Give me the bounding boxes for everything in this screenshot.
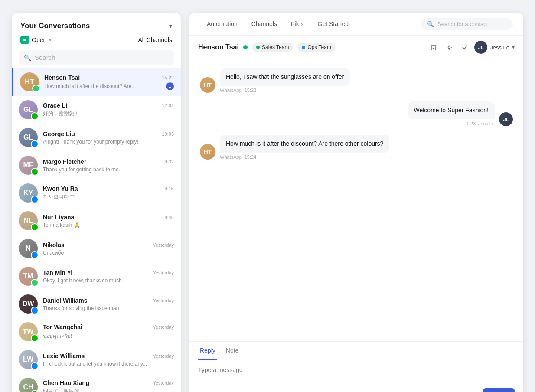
reply-tab-reply[interactable]: Reply (198, 342, 217, 360)
conv-time: 9:15 (165, 186, 174, 191)
conv-name: Nikolas (43, 242, 65, 248)
top-nav: AutomationChannelsFilesGet Started 🔍 (189, 13, 523, 36)
conv-preview: 明白了，谢谢你 (43, 388, 174, 392)
conv-preview: How much is it after the discount? Are..… (44, 82, 174, 90)
channel-badge-icon (31, 390, 39, 392)
conversation-item-nur[interactable]: NL Nur Liyana 8:45 Terima kasih 🙏 (12, 207, 181, 235)
status-filter[interactable]: Open ▾ (20, 36, 52, 44)
avatar-wrap: HT (20, 72, 39, 91)
conv-top: Nikolas Yesterday (43, 242, 174, 248)
channel-badge-icon (31, 112, 39, 120)
msg-bubble: Welcome to Super Fashion! (408, 101, 495, 119)
svg-point-1 (448, 46, 450, 49)
reply-input[interactable] (198, 366, 515, 384)
conv-name: Tan Min Yi (43, 269, 72, 276)
msg-meta: WhatsApp 15:24 (220, 154, 389, 160)
msg-time: 1:23 (466, 121, 476, 126)
msg-time: 15:24 (245, 154, 257, 160)
tag-sales-label: Sales Team (262, 44, 289, 50)
avatar-wrap: GL (19, 100, 38, 119)
agent-chevron-icon: ▾ (512, 44, 515, 50)
nav-item-get-started[interactable]: Get Started (311, 13, 356, 36)
conv-body: Tor Wangchai Yesterday ขอบคุณครับ! (43, 323, 174, 340)
conversation-item-chen[interactable]: CH Chen Hao Xiang Yesterday 明白了，谢谢你 (12, 373, 181, 392)
left-panel: Your Conversations ▾ Open ▾ All Channels… (12, 13, 181, 392)
conversation-item-nikolas[interactable]: N Nikolas Yesterday Спасибо (12, 235, 181, 262)
msg-bubble-wrap: Welcome to Super Fashion! 1:23 Jess Lo (408, 101, 495, 126)
channel-badge-icon (32, 85, 40, 92)
conv-top: Chen Hao Xiang Yesterday (43, 379, 174, 386)
conv-time: Yesterday (153, 380, 174, 385)
unread-badge: 1 (166, 82, 174, 90)
conv-name: Nur Liyana (43, 214, 74, 221)
conversation-item-tan[interactable]: TM Tan Min Yi Yesterday Okay, I get it n… (12, 262, 181, 290)
reply-actions: Send (198, 388, 515, 392)
search-input[interactable] (35, 54, 169, 61)
bookmark-icon[interactable] (427, 41, 440, 53)
nav-item-files[interactable]: Files (284, 13, 311, 36)
conversation-item-grace[interactable]: GL Grace Li 12:01 好的，謝謝您！ (12, 96, 181, 124)
msg-avatar: HT (200, 144, 215, 160)
reply-tab-note[interactable]: Note (224, 342, 241, 360)
conv-body: Henson Tsai 15:22 How much is it after t… (44, 74, 174, 90)
conv-preview-text: Спасибо (43, 250, 64, 256)
msg-bubble-wrap: Hello, I saw that the sunglasses are on … (220, 68, 350, 93)
nav-item-channels[interactable]: Channels (245, 13, 284, 36)
conversation-item-george[interactable]: GL George Liu 10:05 Alright! Thank you f… (12, 124, 181, 151)
nav-search-icon: 🔍 (427, 21, 434, 27)
conv-preview: 好的，謝謝您！ (43, 110, 174, 118)
conv-top: George Liu 10:05 (43, 131, 174, 137)
conv-top: Tan Min Yi Yesterday (43, 269, 174, 276)
conv-preview: Thanks for solving the issue man (43, 305, 174, 311)
conv-name: Henson Tsai (44, 74, 80, 81)
panel-filters: Open ▾ All Channels (12, 30, 181, 44)
conversations-chevron-icon[interactable]: ▾ (169, 23, 172, 29)
conv-time: Yesterday (153, 353, 174, 359)
conversation-item-daniel[interactable]: DW Daniel Williams Yesterday Thanks for … (12, 290, 181, 318)
conv-name: Tor Wangchai (43, 323, 82, 330)
channels-filter[interactable]: All Channels (138, 36, 172, 43)
conversation-item-lexie[interactable]: LW Lexie Williams Yesterday I'll check i… (12, 346, 181, 373)
avatar-wrap: TW (19, 322, 38, 341)
conv-preview-text: I'll check it out and let you know if th… (43, 361, 147, 367)
nav-search-input[interactable] (437, 21, 507, 27)
msg-time: 15:23 (245, 88, 257, 93)
conv-preview: Thank you for getting back to me. (43, 167, 174, 173)
conv-body: Chen Hao Xiang Yesterday 明白了，谢谢你 (43, 379, 174, 392)
avatar-wrap: LW (19, 350, 38, 369)
conv-preview-text: How much is it after the discount? Are..… (44, 83, 136, 89)
conv-preview-text: 감사합니다 ** (43, 193, 75, 201)
conversation-item-margo[interactable]: MF Margo Fletcher 9:32 Thank you for get… (12, 151, 181, 179)
conv-top: Tor Wangchai Yesterday (43, 323, 174, 330)
nav-item-automation[interactable]: Automation (200, 13, 245, 36)
channel-badge-icon (31, 251, 39, 259)
conv-top: Kwon Yu Ra 9:15 (43, 185, 174, 192)
header-actions: JL Jess Lo ▾ (427, 41, 515, 54)
conversation-item-tor[interactable]: TW Tor Wangchai Yesterday ขอบคุณครับ! (12, 318, 181, 346)
channels-label: All Channels (138, 36, 172, 43)
chat-header: Henson Tsai Sales Team Ops Team (189, 36, 523, 59)
channel-badge-icon (31, 279, 39, 287)
channel-badge-icon (31, 223, 39, 231)
conv-preview-text: 好的，謝謝您！ (43, 110, 79, 118)
settings-icon[interactable] (443, 41, 455, 53)
conv-body: Kwon Yu Ra 9:15 감사합니다 ** (43, 185, 174, 201)
conversation-item-kwon[interactable]: KY Kwon Yu Ra 9:15 감사합니다 ** (12, 179, 181, 207)
avatar-wrap: TM (19, 267, 38, 286)
conv-time: 8:45 (165, 215, 174, 220)
conversation-item-henson[interactable]: HT Henson Tsai 15:22 How much is it afte… (12, 68, 181, 96)
conv-name: Kwon Yu Ra (43, 185, 78, 192)
send-button[interactable]: Send (483, 388, 515, 392)
agent-selector[interactable]: JL Jess Lo ▾ (474, 41, 515, 54)
conv-time: 10:05 (162, 131, 174, 137)
tag-ops-label: Ops Team (307, 44, 331, 50)
tag-dot-icon (302, 46, 305, 49)
check-icon[interactable] (459, 41, 471, 53)
app-container: Your Conversations ▾ Open ▾ All Channels… (12, 9, 523, 392)
conv-preview: Terima kasih 🙏 (43, 222, 174, 228)
avatar-wrap: GL (19, 128, 38, 147)
msg-bubble-wrap: How much is it after the discount? Are t… (220, 135, 389, 160)
conv-top: Grace Li 12:01 (43, 102, 174, 109)
outgoing-avatar: JL (499, 112, 513, 126)
conv-name: Lexie Williams (43, 353, 85, 359)
